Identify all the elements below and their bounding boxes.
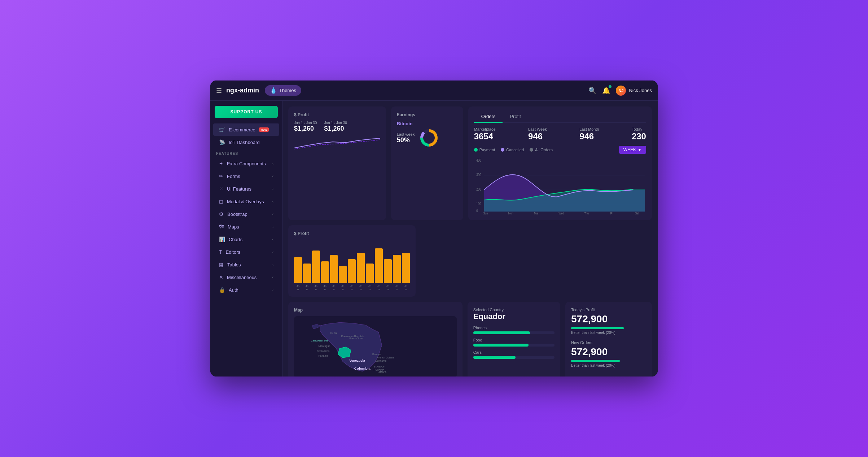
legend-dot-payment [474,148,478,152]
sidebar: SUPPORT US 🛒 E-commerce new 📡 IoT Dashbo… [210,101,282,377]
stat-today: Today 230 [632,127,646,142]
svg-text:400: 400 [476,158,481,162]
sidebar-item-charts[interactable]: 📊 Charts ‹ [213,233,279,245]
orders-legend: Payment Cancelled All Orders WEEK ▼ [474,146,646,154]
donut-chart [419,128,439,148]
stat-bar-fill [473,331,530,334]
user-info[interactable]: NJ Nick Jones [616,86,652,96]
sidebar-item-label: Auth [229,287,238,293]
sidebar-item-label: IoT Dashboard [229,140,260,145]
profit-col-2: Jun 1 - Jun 30 $1,260 [324,121,347,132]
stat-bar-bg [473,331,554,334]
new-badge: new [259,127,269,132]
food-bar: Food [473,338,554,347]
today-profit-card: Today's Profit 572,900 Better than last … [565,302,652,377]
sidebar-item-ui[interactable]: ⁙ UI Features ‹ [213,183,279,195]
sidebar-item-label: Extra Components [227,161,266,166]
svg-text:Venezuela: Venezuela [349,359,365,362]
tab-profit[interactable]: Profit [503,112,528,122]
sidebar-item-ecommerce[interactable]: 🛒 E-commerce new [213,123,279,136]
bar-item [339,266,347,283]
chevron-icon: ‹ [272,238,273,241]
user-name: Nick Jones [629,88,652,93]
legend-dot-allorders [530,148,533,152]
bar-label: Jan [321,284,329,291]
menu-icon[interactable]: ☰ [216,87,222,95]
row-1: $ Profit Jun 1 - Jun 30 $1,260 Jun 1 - J… [288,106,652,220]
search-icon[interactable]: 🔍 [588,87,596,95]
profit-bar-title: $ Profit [294,231,410,236]
header: ☰ ngx-admin 💧 Themes 🔍 🔔 NJ Nick Jones [210,80,658,101]
chevron-icon: ‹ [272,250,273,254]
svg-text:Panama: Panama [319,354,328,357]
bar-item [375,248,383,283]
legend-dot-cancelled [501,148,504,152]
svg-text:Suriname: Suriname [375,359,386,362]
sidebar-item-label: Bootstrap [227,212,247,217]
week-button[interactable]: WEEK ▼ [619,146,646,154]
chevron-icon: ‹ [272,275,273,279]
new-orders-progress [571,360,620,362]
sidebar-item-maps[interactable]: 🗺 Maps ‹ [213,221,279,233]
chevron-icon: ‹ [272,174,273,178]
stat-bar-bg [473,356,554,359]
sidebar-item-label: Maps [228,224,239,230]
sidebar-item-extra[interactable]: ✦ Extra Components ‹ [213,157,279,170]
bar-label: Jan [294,284,302,291]
avatar: NJ [616,86,626,96]
tab-orders[interactable]: Orders [474,112,503,123]
new-orders-note: Better than last week (20%) [571,364,646,367]
tables-icon: ▦ [219,262,224,267]
earnings-text: Last week 50% [397,132,415,144]
svg-text:0: 0 [476,209,478,213]
earnings-card: Earnings Bitcoin Last week 50% [391,106,463,220]
sidebar-item-tables[interactable]: ▦ Tables ‹ [213,258,279,271]
themes-button[interactable]: 💧 Themes [265,85,301,96]
bar-label: Jan [303,284,311,291]
svg-text:Costa Rica: Costa Rica [317,349,329,353]
sidebar-item-iot[interactable]: 📡 IoT Dashboard [213,136,279,148]
bar-label: Jan [339,284,347,291]
sidebar-item-editors[interactable]: T Editors ‹ [213,246,279,258]
sidebar-item-auth[interactable]: 🔒 Auth ‹ [213,284,279,296]
sidebar-item-label: Charts [229,237,242,242]
extra-icon: ✦ [219,161,223,166]
new-orders-label: New Orders [571,340,646,345]
stat-bar-fill [473,344,529,347]
today-profit-label: Today's Profit [571,308,646,312]
stat-label: Last Month [579,127,599,131]
sidebar-item-misc[interactable]: ✕ Miscellaneous ‹ [213,271,279,283]
week-label: Last week [397,132,415,136]
legend-payment: Payment [474,148,495,152]
svg-text:Tue: Tue [534,212,538,214]
svg-text:Sat: Sat [635,212,639,214]
stat-lastmonth: Last Month 946 [579,127,599,142]
row-3: Map Cuba Dominican Republic P [288,302,652,377]
stat-marketplace: Marketplace 3654 [474,127,496,142]
stat-lastweek: Last Week 946 [528,127,547,142]
sidebar-item-label: Forms [227,174,240,179]
country-name: Equador [473,312,554,321]
notification-icon[interactable]: 🔔 [602,87,610,95]
main-content: $ Profit Jun 1 - Jun 30 $1,260 Jun 1 - J… [282,101,658,377]
bar-item [357,253,365,283]
row2-spacer [421,225,652,297]
app-body: SUPPORT US 🛒 E-commerce new 📡 IoT Dashbo… [210,101,658,377]
bar-item [402,253,410,283]
support-button[interactable]: SUPPORT US [215,106,278,118]
new-orders-value: 572,900 [571,346,646,358]
bootstrap-icon: ⚙ [219,211,224,217]
stat-bar-label: Cars [473,350,554,354]
bar-label: Jan [357,284,365,291]
sidebar-item-label: Miscellaneous [227,275,257,280]
sidebar-item-modal[interactable]: ◻ Modal & Overlays ‹ [213,195,279,208]
profit-col-1: Jun 1 - Jun 30 $1,260 [294,121,317,132]
profit-value-2: $1,260 [324,125,347,132]
maps-icon: 🗺 [219,224,224,230]
stat-value: 946 [579,131,599,142]
themes-drop-icon: 💧 [270,87,277,94]
svg-text:French Guiana: French Guiana [377,356,394,359]
sidebar-item-forms[interactable]: ✏ Forms ‹ [213,170,279,182]
sidebar-item-bootstrap[interactable]: ⚙ Bootstrap ‹ [213,208,279,220]
header-right: 🔍 🔔 NJ Nick Jones [588,86,652,96]
